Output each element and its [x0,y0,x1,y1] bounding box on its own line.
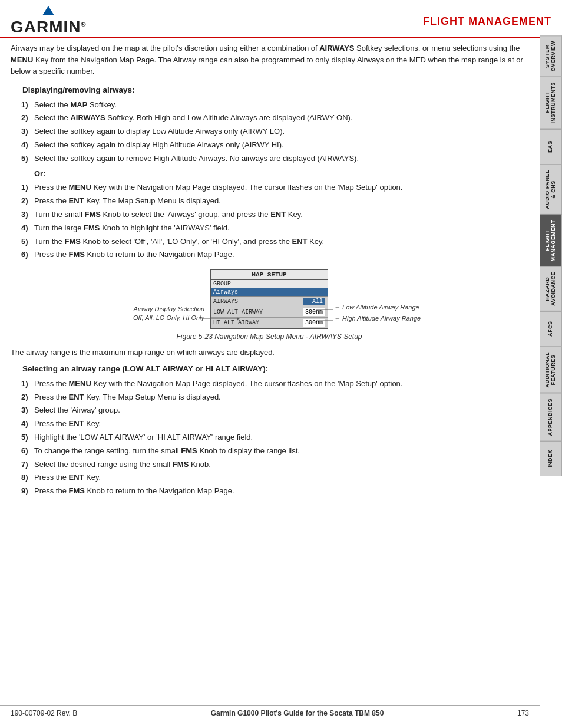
list-item: 6) To change the range setting, turn the… [34,445,528,457]
list-item: 3) Select the softkey again to display L… [34,126,528,138]
list-item: 1) Press the MENU Key with the Navigatio… [34,378,528,390]
body-paragraph: The airway range is the maximum map rang… [11,347,528,358]
tab-flight-management[interactable]: FLIGHTMANAGEMENT [540,215,562,267]
section1b-list: 1) Press the MENU Key with the Navigatio… [34,182,528,261]
right-sidebar: SYSTEMOVERVIEW FLIGHTINSTRUMENTS EAS AUD… [540,35,562,476]
tab-system-overview[interactable]: SYSTEMOVERVIEW [540,35,562,77]
callout-left-label: Airway Display SelectionOff, All, LO Onl… [110,305,204,322]
list-item: 2) Select the AIRWAYS Softkey. Both High… [34,112,528,124]
list-item: 1) Select the MAP Softkey. [34,99,528,111]
list-item: 5) Select the softkey again to remove Hi… [34,153,528,165]
figure-inner: Airway Display SelectionOff, All, LO Onl… [210,269,328,329]
intro-paragraph: Airways may be displayed on the map at t… [11,42,528,77]
group-label: GROUP [213,281,231,287]
tab-index[interactable]: INDEX [540,441,562,476]
footer-page: 173 [517,709,529,717]
map-setup-group-row: GROUP [211,280,328,288]
callout-right-top: ← Low Altitude Airway Range [334,304,437,311]
tab-appendices[interactable]: APPENDICES [540,393,562,442]
tab-hazard-avoidance[interactable]: HAZARDAVOIDANCE [540,266,562,311]
figure-container: Airway Display SelectionOff, All, LO Onl… [11,269,528,329]
page-title: FLIGHT MANAGEMENT [423,15,551,28]
list-item: 2) Press the ENT Key. The Map Setup Menu… [34,195,528,207]
section2-list: 1) Press the MENU Key with the Navigatio… [34,378,528,498]
list-item: 7) Select the desired range using the sm… [34,459,528,471]
garmin-logo: GARMIN® [11,6,87,37]
list-item: 4) Select the softkey again to display H… [34,139,528,151]
tab-flight-instruments[interactable]: FLIGHTINSTRUMENTS [540,77,562,129]
footer-center: Garmin G1000 Pilot's Guide for the Socat… [211,709,384,717]
figure-caption: Figure 5-23 Navigation Map Setup Menu - … [11,332,528,341]
page-footer: 190-00709-02 Rev. B Garmin G1000 Pilot's… [0,705,540,717]
list-item: 8) Press the ENT Key. [34,472,528,484]
tab-afcs[interactable]: AFCS [540,311,562,347]
page-header: GARMIN® FLIGHT MANAGEMENT [0,0,562,38]
list-item: 1) Press the MENU Key with the Navigatio… [34,182,528,194]
or-label: Or: [34,169,528,178]
section2-title: Selecting an airway range (LOW ALT AIRWA… [22,364,528,373]
airways-field-label: AIRWAYS [213,298,238,305]
svg-marker-1 [237,317,240,321]
tab-audio-panel[interactable]: AUDIO PANEL& CNS [540,164,562,215]
list-item: 4) Press the ENT Key. [34,418,528,430]
map-setup-title: MAP SETUP [211,270,328,280]
airways-group-value: Airways [211,288,328,297]
callout-right-bottom: ← High Altitude Airway Range [334,315,437,322]
list-item: 4) Turn the large FMS Knob to highlight … [34,222,528,235]
garmin-wordmark: GARMIN® [11,18,87,37]
list-item: 5) Turn the FMS Knob to select 'Off', 'A… [34,236,528,248]
list-item: 5) Highlight the 'LOW ALT AIRWAY' or 'HI… [34,431,528,444]
airways-field-value: All [303,298,325,305]
registered-mark: ® [81,21,87,28]
tab-additional-features[interactable]: ADDITIONALFEATURES [540,347,562,393]
tab-eas[interactable]: EAS [540,129,562,164]
list-item: 3) Select the 'Airway' group. [34,404,528,417]
garmin-triangle-icon [42,6,54,15]
list-item: 6) Press the FMS Knob to return to the N… [34,249,528,261]
list-item: 3) Turn the small FMS Knob to select the… [34,209,528,221]
section1-title: Displaying/removing airways: [22,85,528,94]
list-item: 9) Press the FMS Knob to return to the N… [34,485,528,498]
list-item: 2) Press the ENT Key. The Map Setup Menu… [34,391,528,404]
footer-left: 190-00709-02 Rev. B [11,709,77,717]
airways-data-row: AIRWAYS All [211,297,328,307]
main-content: Airways may be displayed on the map at t… [11,42,533,498]
section1-list: 1) Select the MAP Softkey. 2) Select the… [34,99,528,165]
